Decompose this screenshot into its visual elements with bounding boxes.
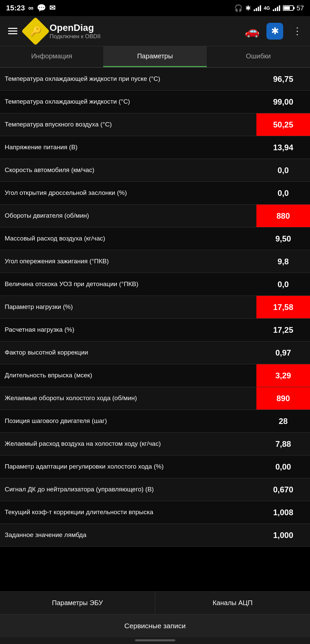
row-value: 7,88 [256, 433, 310, 455]
row-value: 99,00 [256, 91, 310, 113]
row-value: 3,29 [256, 364, 310, 387]
row-label: Температура охлаждающей жидкости при пус… [0, 68, 256, 90]
adc-channels-button[interactable]: Каналы АЦП [155, 592, 310, 614]
bluetooth-icon: ✱ [271, 25, 279, 37]
row-value: 0,0 [256, 273, 310, 296]
row-label: Параметр адаптации регулировки холостого… [0, 455, 256, 478]
row-label: Текущий коэф-т коррекции длительности вп… [0, 501, 256, 524]
logo-container: 🔑 OpenDiag Подключен к OBDII [25, 21, 101, 41]
tab-params[interactable]: Параметры [103, 46, 206, 67]
table-row: Параметр нагрузки (%)17,58 [0, 296, 310, 319]
app-header: 🔑 OpenDiag Подключен к OBDII 🚗 ✱ ⋮ [0, 16, 310, 46]
service-records-button[interactable]: Сервисные записи [0, 614, 310, 637]
ecu-params-button[interactable]: Параметры ЭБУ [0, 592, 155, 614]
signal-icon [254, 5, 261, 11]
row-label: Напряжение питания (В) [0, 136, 256, 159]
row-value: 0,0 [256, 159, 310, 181]
row-label: Заданное значение лямбда [0, 524, 256, 546]
battery-icon: 57 [283, 4, 304, 12]
app-logo: 🔑 [21, 17, 50, 45]
row-label: Обороты двигателя (об/мин) [0, 205, 256, 227]
row-label: Массовый расход воздуха (кг/час) [0, 227, 256, 250]
header-right: 🚗 ✱ ⋮ [245, 23, 305, 40]
row-value: 0,0 [256, 182, 310, 204]
content-area: Температура охлаждающей жидкости при пус… [0, 68, 310, 597]
tab-errors[interactable]: Ошибки [207, 46, 310, 67]
table-row: Параметр адаптации регулировки холостого… [0, 455, 310, 478]
row-value: 50,25 [256, 113, 310, 136]
row-label: Величина отскока УОЗ при детонации (°ПКВ… [0, 273, 256, 296]
infinity-icon: ∞ [28, 4, 34, 12]
data-table: Температура охлаждающей жидкости при пус… [0, 68, 310, 547]
row-value: 28 [256, 410, 310, 432]
table-row: Позиция шагового двигателя (шаг)28 [0, 410, 310, 433]
row-label: Желаемые обороты холостого хода (об/мин) [0, 387, 256, 410]
row-label: Угол открытия дроссельной заслонки (%) [0, 182, 256, 204]
table-row: Массовый расход воздуха (кг/час)9,50 [0, 227, 310, 250]
app-name: OpenDiag [50, 22, 101, 33]
network-4g-label: 4G [264, 5, 270, 11]
headphone-icon: 🎧 [234, 4, 243, 12]
row-label: Температура охлаждающей жидкости (°C) [0, 91, 256, 113]
table-row: Температура охлаждающей жидкости (°C)99,… [0, 91, 310, 113]
bottom-buttons: Параметры ЭБУ Каналы АЦП Сервисные запис… [0, 591, 310, 644]
row-value: 0,97 [256, 341, 310, 364]
row-label: Температура впускного воздуха (°C) [0, 113, 256, 136]
table-row: Величина отскока УОЗ при детонации (°ПКВ… [0, 273, 310, 296]
row-label: Параметр нагрузки (%) [0, 296, 256, 318]
row-label: Желаемый расход воздуха на холостом ходу… [0, 433, 256, 455]
table-row: Температура охлаждающей жидкости при пус… [0, 68, 310, 91]
table-row: Длительность впрыска (мсек)3,29 [0, 364, 310, 387]
row-value: 17,25 [256, 319, 310, 341]
bottom-row-top: Параметры ЭБУ Каналы АЦП [0, 592, 310, 614]
row-label: Сигнал ДК до нейтрализатора (управляющег… [0, 478, 256, 501]
menu-button[interactable] [5, 25, 20, 37]
row-value: 1,000 [256, 524, 310, 546]
row-label: Расчетная нагрузка (%) [0, 319, 256, 341]
table-row: Сигнал ДК до нейтрализатора (управляющег… [0, 478, 310, 501]
row-value: 0,670 [256, 478, 310, 501]
table-row: Желаемый расход воздуха на холостом ходу… [0, 433, 310, 455]
status-left: 15:23 ∞ 💬 ✉ [6, 4, 55, 12]
row-value: 880 [256, 205, 310, 227]
nav-indicator [135, 639, 175, 641]
row-value: 17,58 [256, 296, 310, 318]
table-row: Желаемые обороты холостого хода (об/мин)… [0, 387, 310, 410]
row-label: Длительность впрыска (мсек) [0, 364, 256, 387]
row-value: 1,008 [256, 501, 310, 524]
car-icon: 🚗 [245, 24, 260, 38]
table-row: Температура впускного воздуха (°C)50,25 [0, 113, 310, 136]
connection-status: Подключен к OBDII [50, 33, 101, 40]
more-button[interactable]: ⋮ [290, 24, 305, 38]
status-bar: 15:23 ∞ 💬 ✉ 🎧 ✱ 4G 57 [0, 0, 310, 16]
row-label: Позиция шагового двигателя (шаг) [0, 410, 256, 432]
table-row: Угол опережения зажигания (°ПКВ)9,8 [0, 250, 310, 273]
row-value: 13,94 [256, 136, 310, 159]
table-row: Угол открытия дроссельной заслонки (%)0,… [0, 182, 310, 205]
row-label: Скорость автомобиля (км/час) [0, 159, 256, 181]
mail-icon: ✉ [49, 4, 55, 12]
row-value: 96,75 [256, 68, 310, 90]
table-row: Скорость автомобиля (км/час)0,0 [0, 159, 310, 182]
tabs-bar: Информация Параметры Ошибки [0, 46, 310, 68]
table-row: Напряжение питания (В)13,94 [0, 136, 310, 159]
table-row: Обороты двигателя (об/мин)880 [0, 205, 310, 227]
tab-info[interactable]: Информация [0, 46, 103, 67]
bluetooth-button[interactable]: ✱ [266, 23, 283, 40]
status-right: 🎧 ✱ 4G 57 [234, 4, 304, 12]
row-value: 0,00 [256, 455, 310, 478]
table-row: Заданное значение лямбда1,000 [0, 524, 310, 547]
battery-level: 57 [297, 4, 304, 12]
table-row: Фактор высотной коррекции0,97 [0, 341, 310, 364]
row-label: Фактор высотной коррекции [0, 341, 256, 364]
status-time: 15:23 [6, 4, 25, 12]
table-row: Расчетная нагрузка (%)17,25 [0, 319, 310, 341]
chat-icon: 💬 [37, 4, 46, 12]
row-value: 9,8 [256, 250, 310, 273]
header-left: 🔑 OpenDiag Подключен к OBDII [5, 21, 101, 41]
signal-icon-2 [273, 5, 280, 11]
table-row: Текущий коэф-т коррекции длительности вп… [0, 501, 310, 524]
bluetooth-status-icon: ✱ [245, 4, 251, 12]
row-label: Угол опережения зажигания (°ПКВ) [0, 250, 256, 273]
row-value: 9,50 [256, 227, 310, 250]
